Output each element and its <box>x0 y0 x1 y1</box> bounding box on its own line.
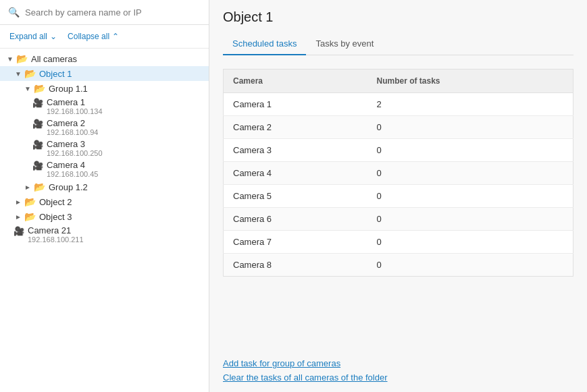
camera21-ip: 192.168.100.211 <box>28 235 84 244</box>
folder-icon: 📂 <box>24 211 36 222</box>
right-content: Camera Number of tasks Camera 12Camera 2… <box>209 55 587 349</box>
tree-item-camera3[interactable]: 🎥 Camera 3 192.168.100.250 <box>0 138 209 159</box>
camera-cell: Camera 2 <box>224 116 367 139</box>
clear-tasks-link[interactable]: Clear the tasks of all cameras of the fo… <box>223 372 573 383</box>
tasks-count-cell: 2 <box>367 93 573 116</box>
bottom-links: Add task for group of cameras Clear the … <box>209 349 587 392</box>
chevron-down-icon: ⌄ <box>50 32 57 41</box>
camera-cell: Camera 4 <box>224 162 367 185</box>
object2-label: Object 2 <box>39 197 72 207</box>
expand-arrow-icon: ► <box>14 213 23 221</box>
camera-icon: 🎥 <box>14 226 24 236</box>
search-input[interactable] <box>25 7 201 18</box>
tasks-count-cell: 0 <box>367 162 573 185</box>
expand-arrow-icon: ► <box>23 184 32 191</box>
tree-item-group11[interactable]: ▼ 📂 Group 1.1 <box>0 81 209 96</box>
table-row[interactable]: Camera 30 <box>224 139 573 162</box>
tasks-count-cell: 0 <box>367 208 573 231</box>
table-row[interactable]: Camera 60 <box>224 208 573 231</box>
tree-item-all-cameras[interactable]: ▼ 📂 All cameras <box>0 51 209 66</box>
object1-label: Object 1 <box>39 69 72 79</box>
expand-all-label: Expand all <box>9 32 47 41</box>
table-row[interactable]: Camera 40 <box>224 162 573 185</box>
tree-item-object1[interactable]: ▼ 📂 Object 1 <box>0 66 209 81</box>
add-task-group-link[interactable]: Add task for group of cameras <box>223 358 573 368</box>
right-panel: Object 1 Scheduled tasks Tasks by event … <box>209 0 587 392</box>
collapse-arrow-icon: ▼ <box>5 55 15 63</box>
camera-cell: Camera 3 <box>224 139 367 162</box>
tree-item-camera21[interactable]: 🎥 Camera 21 192.168.100.211 <box>0 224 209 245</box>
tree-item-camera4[interactable]: 🎥 Camera 4 192.168.100.45 <box>0 159 209 179</box>
camera-icon: 🎥 <box>32 161 43 171</box>
collapse-arrow-icon: ▼ <box>23 85 32 92</box>
page-title: Object 1 <box>223 9 573 25</box>
all-cameras-label: All cameras <box>31 54 77 64</box>
expand-arrow-icon: ► <box>14 198 23 206</box>
camera-icon: 🎥 <box>32 119 43 129</box>
camera3-name: Camera 3 <box>47 139 103 149</box>
table-row[interactable]: Camera 70 <box>224 231 573 254</box>
folder-icon: 📂 <box>34 181 45 192</box>
folder-icon: 📂 <box>24 68 36 79</box>
tabs-bar: Scheduled tasks Tasks by event <box>223 33 573 55</box>
left-panel: 🔍 Expand all ⌄ Collapse all ⌃ ▼ 📂 All ca… <box>0 0 209 392</box>
tasks-count-cell: 0 <box>367 139 573 162</box>
expand-all-button[interactable]: Expand all ⌄ <box>9 32 57 41</box>
search-icon: 🔍 <box>8 7 20 18</box>
camera-icon: 🎥 <box>32 140 43 150</box>
tree-item-group12[interactable]: ► 📂 Group 1.2 <box>0 179 209 194</box>
folder-icon: 📂 <box>16 53 28 64</box>
search-box: 🔍 <box>0 0 209 25</box>
table-row[interactable]: Camera 50 <box>224 185 573 208</box>
expand-collapse-bar: Expand all ⌄ Collapse all ⌃ <box>0 25 209 49</box>
column-header-camera: Camera <box>224 69 367 93</box>
tree-item-camera1[interactable]: 🎥 Camera 1 192.168.100.134 <box>0 96 209 117</box>
camera1-ip: 192.168.100.134 <box>47 107 103 115</box>
table-row[interactable]: Camera 20 <box>224 116 573 139</box>
camera21-name: Camera 21 <box>28 225 84 235</box>
tasks-table: Camera Number of tasks Camera 12Camera 2… <box>223 69 573 277</box>
group11-label: Group 1.1 <box>49 84 88 94</box>
camera4-ip: 192.168.100.45 <box>47 170 98 178</box>
collapse-arrow-icon: ▼ <box>14 70 23 78</box>
tasks-count-cell: 0 <box>367 116 573 139</box>
collapse-all-button[interactable]: Collapse all ⌃ <box>68 32 119 41</box>
camera2-name: Camera 2 <box>47 118 98 128</box>
camera3-ip: 192.168.100.250 <box>47 149 103 157</box>
folder-icon: 📂 <box>24 196 36 207</box>
tasks-count-cell: 0 <box>367 254 573 277</box>
column-header-tasks: Number of tasks <box>367 69 573 93</box>
table-row[interactable]: Camera 12 <box>224 93 573 116</box>
camera4-name: Camera 4 <box>47 160 98 170</box>
tasks-count-cell: 0 <box>367 185 573 208</box>
right-header: Object 1 Scheduled tasks Tasks by event <box>209 0 587 55</box>
collapse-all-label: Collapse all <box>68 32 109 41</box>
camera-icon: 🎥 <box>32 98 43 108</box>
tree-item-object2[interactable]: ► 📂 Object 2 <box>0 194 209 209</box>
tree-item-object3[interactable]: ► 📂 Object 3 <box>0 209 209 224</box>
object3-label: Object 3 <box>39 212 72 222</box>
folder-icon: 📂 <box>34 83 45 94</box>
camera-cell: Camera 5 <box>224 185 367 208</box>
camera-tree: ▼ 📂 All cameras ▼ 📂 Object 1 ▼ 📂 Group 1… <box>0 49 209 392</box>
table-row[interactable]: Camera 80 <box>224 254 573 277</box>
camera-cell: Camera 6 <box>224 208 367 231</box>
camera1-name: Camera 1 <box>47 97 103 107</box>
camera2-ip: 192.168.100.94 <box>47 128 98 136</box>
camera-cell: Camera 7 <box>224 231 367 254</box>
camera-cell: Camera 1 <box>224 93 367 116</box>
tab-scheduled-tasks[interactable]: Scheduled tasks <box>223 33 306 55</box>
tab-tasks-by-event[interactable]: Tasks by event <box>306 33 383 55</box>
group12-label: Group 1.2 <box>49 182 88 192</box>
tasks-count-cell: 0 <box>367 231 573 254</box>
chevron-up-icon: ⌃ <box>112 32 119 41</box>
tree-item-camera2[interactable]: 🎥 Camera 2 192.168.100.94 <box>0 117 209 138</box>
camera-cell: Camera 8 <box>224 254 367 277</box>
